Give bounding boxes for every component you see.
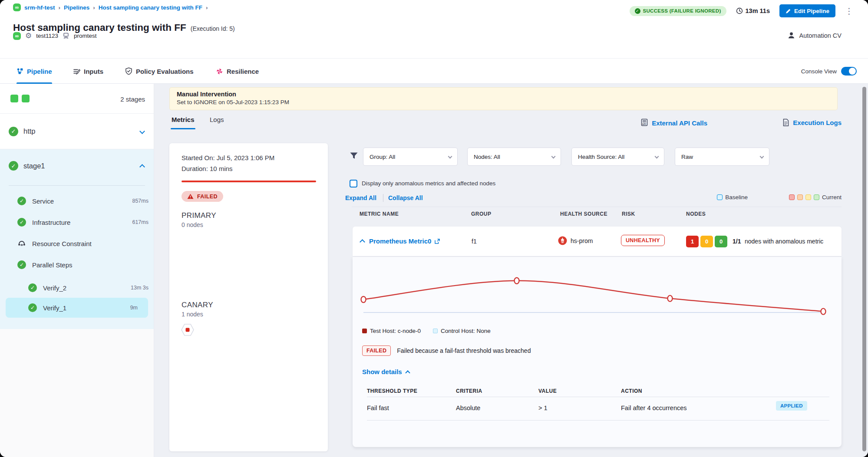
success-check-icon: ✓ bbox=[9, 127, 18, 136]
gear-icon: ⚙ bbox=[25, 31, 32, 40]
header-actions: ✓ SUCCESS (FAILURE IGNORED) 13m 11s Edit… bbox=[630, 4, 853, 17]
prometheus-icon bbox=[558, 236, 567, 245]
step-row-resource-constraint[interactable]: Resource Constraint bbox=[17, 233, 154, 253]
chevron-up-icon bbox=[405, 370, 410, 375]
artifact-link[interactable]: promtest bbox=[74, 33, 97, 39]
app-viewport: ∞ srm-hf-test › Pipelines › Host samplin… bbox=[0, 0, 868, 457]
filter-icon bbox=[350, 152, 358, 160]
entity-row: ∞ ⚙ test1123 promtest bbox=[13, 31, 97, 40]
step-row-parallel-steps[interactable]: ✓ Parallel Steps bbox=[17, 255, 154, 275]
failure-reason-row: FAILED Failed because a fail-fast thresh… bbox=[362, 345, 531, 356]
step-row-verify1-selected[interactable]: ✓ Verify_1 9m bbox=[6, 298, 148, 318]
node-count-green: 0 bbox=[715, 236, 727, 247]
current-swatch-orange bbox=[797, 194, 803, 200]
metric-group: f1 bbox=[472, 238, 477, 245]
canary-label: CANARY bbox=[182, 301, 213, 309]
artifact-icon bbox=[63, 33, 69, 39]
nodes-filter-select[interactable]: Nodes: All bbox=[467, 148, 561, 166]
stage-status-square bbox=[22, 95, 30, 102]
main-tabbar: Pipeline Inputs Policy Evaluations Resil… bbox=[0, 58, 868, 84]
failed-badge: FAILED bbox=[362, 345, 391, 356]
canary-node-hexagon[interactable] bbox=[181, 323, 195, 336]
show-details-link[interactable]: Show details bbox=[362, 368, 409, 375]
execution-id: (Execution Id: 5) bbox=[191, 25, 235, 32]
threshold-type-cell: Fail fast bbox=[367, 404, 389, 411]
service-link[interactable]: test1123 bbox=[36, 33, 58, 39]
metric-row[interactable]: Prometheus Metric0 f1 hs-prom UNHEALTHY … bbox=[353, 227, 842, 256]
harness-cd-icon: ∞ bbox=[13, 32, 21, 40]
col-criteria: CRITERIA bbox=[456, 388, 482, 394]
tab-metrics[interactable]: Metrics bbox=[172, 116, 195, 123]
progress-bar bbox=[182, 181, 316, 182]
console-view-control: Console View bbox=[801, 59, 857, 84]
step-details-panel: Manual Intervention Set to IGNORE on 05-… bbox=[154, 84, 868, 457]
pipeline-icon bbox=[17, 68, 23, 75]
node-count-amber: 0 bbox=[700, 236, 713, 247]
tab-resilience[interactable]: Resilience bbox=[216, 59, 259, 84]
stage-row-stage1[interactable]: ✓ stage1 bbox=[0, 149, 154, 182]
api-doc-icon: API bbox=[640, 118, 648, 127]
baseline-legend: Baseline bbox=[717, 194, 748, 201]
primary-nodes: 0 nodes bbox=[182, 221, 203, 228]
stage-row-http[interactable]: ✓ http bbox=[0, 114, 154, 149]
current-swatch-red bbox=[789, 194, 795, 200]
divider bbox=[367, 397, 829, 397]
metric-detail-card: Test Host: c-node-0 Control Host: None F… bbox=[353, 257, 842, 447]
console-view-label: Console View bbox=[801, 68, 837, 75]
col-risk: RISK bbox=[622, 211, 635, 217]
warning-triangle-icon bbox=[187, 194, 194, 199]
external-link-icon bbox=[434, 238, 440, 244]
chevron-up-icon[interactable] bbox=[139, 164, 145, 170]
svg-text:API: API bbox=[642, 123, 647, 125]
check-icon: ✓ bbox=[635, 8, 640, 14]
external-api-calls-link[interactable]: API External API Calls bbox=[640, 118, 707, 127]
clock-icon bbox=[736, 7, 743, 14]
breadcrumb-project[interactable]: srm-hf-test bbox=[24, 4, 55, 11]
raw-mode-select[interactable]: Raw bbox=[675, 148, 769, 166]
breadcrumb-pipelines[interactable]: Pipelines bbox=[64, 4, 89, 11]
col-value: VALUE bbox=[538, 388, 557, 394]
edit-pipeline-button[interactable]: Edit Pipeline bbox=[779, 4, 835, 17]
manual-intervention-banner: Manual Intervention Set to IGNORE on 05-… bbox=[169, 87, 838, 110]
applied-badge: APPLIED bbox=[776, 401, 807, 411]
anomalous-only-checkbox[interactable] bbox=[350, 180, 357, 187]
health-source-filter-select[interactable]: Health Source: All bbox=[571, 148, 664, 166]
vertical-scrollbar[interactable] bbox=[862, 87, 866, 451]
execution-logs-link[interactable]: Execution Logs bbox=[782, 118, 842, 127]
collapse-metric-chevron[interactable] bbox=[360, 239, 365, 245]
current-swatch-green bbox=[814, 194, 819, 200]
started-on: Started On: Jul 5, 2023 1:06 PM bbox=[182, 154, 274, 161]
tab-policy-evaluations[interactable]: Policy Evaluations bbox=[125, 59, 194, 84]
tab-logs[interactable]: Logs bbox=[210, 116, 224, 123]
divider bbox=[9, 185, 145, 186]
inputs-icon bbox=[73, 68, 80, 75]
kebab-menu[interactable]: ⋮ bbox=[845, 7, 853, 15]
chevron-down-icon[interactable] bbox=[139, 128, 145, 134]
collapse-all-link[interactable]: Collapse All bbox=[388, 194, 423, 201]
step-row-service[interactable]: ✓ Service 857ms bbox=[17, 191, 154, 211]
current-swatch-yellow bbox=[805, 194, 811, 200]
step-row-infrastructure[interactable]: ✓ Infrastructure 617ms bbox=[17, 212, 154, 232]
tab-inputs[interactable]: Inputs bbox=[73, 59, 103, 84]
metric-name-link[interactable]: Prometheus Metric0 bbox=[369, 237, 440, 245]
tab-pipeline[interactable]: Pipeline bbox=[17, 59, 52, 84]
expand-all-link[interactable]: Expand All bbox=[345, 194, 376, 201]
breadcrumb-pipeline-name[interactable]: Host sampling canary testing with FF bbox=[99, 4, 202, 11]
metric-line-chart bbox=[353, 260, 842, 319]
primary-label: PRIMARY bbox=[182, 211, 216, 220]
action-cell: Fail after 4 occurrences bbox=[621, 404, 687, 411]
step-row-verify2[interactable]: ✓ Verify_2 13m 3s bbox=[28, 278, 154, 298]
resilience-icon bbox=[216, 68, 223, 75]
success-check-icon: ✓ bbox=[17, 260, 26, 269]
status-badge: ✓ SUCCESS (FAILURE IGNORED) bbox=[630, 6, 726, 16]
verification-summary-card: Started On: Jul 5, 2023 1:06 PM Duration… bbox=[169, 143, 328, 451]
node-count-red: 1 bbox=[686, 236, 699, 247]
breadcrumb-separator: › bbox=[93, 4, 95, 11]
criteria-cell: Absolute bbox=[456, 404, 480, 411]
success-check-icon: ✓ bbox=[28, 303, 37, 312]
group-filter-select[interactable]: Group: All bbox=[363, 148, 458, 166]
pencil-icon bbox=[785, 8, 791, 14]
stage-count: 2 stages bbox=[120, 95, 145, 103]
health-source-cell: hs-prom bbox=[558, 236, 593, 245]
console-view-toggle[interactable] bbox=[841, 67, 857, 76]
